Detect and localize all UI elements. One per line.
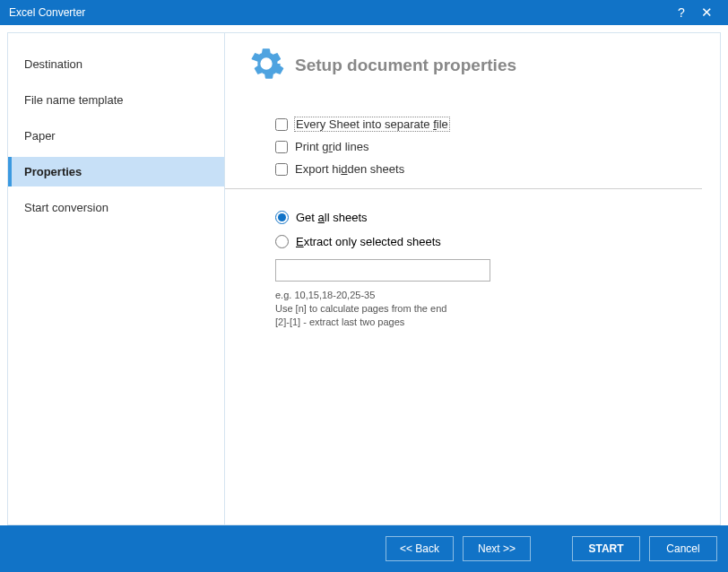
sidebar-item-paper[interactable]: Paper	[8, 121, 224, 151]
sidebar-item-label: Paper	[24, 129, 56, 143]
sidebar-item-label: Start conversion	[24, 201, 108, 214]
app-title: Excel Converter	[9, 6, 669, 19]
radio-row-selected-sheets: Extract only selected sheets	[275, 235, 702, 248]
sidebar-item-properties[interactable]: Properties	[8, 157, 224, 186]
checkbox-separate-file[interactable]	[275, 118, 288, 131]
checkbox-row-separate-file: Every Sheet into separate file	[275, 117, 702, 131]
hint-text: e.g. 10,15,18-20,25-35 Use [n] to calcul…	[275, 289, 702, 329]
divider	[225, 188, 702, 189]
sidebar-item-destination[interactable]: Destination	[8, 49, 224, 79]
radio-selected-sheets[interactable]	[275, 235, 289, 248]
sidebar: Destination File name template Paper Pro…	[7, 32, 225, 525]
checkbox-row-grid-lines: Print grid lines	[275, 140, 702, 153]
radio-all-sheets[interactable]	[275, 211, 289, 224]
radio-label[interactable]: Get all sheets	[296, 211, 368, 224]
radio-label[interactable]: Extract only selected sheets	[296, 235, 441, 248]
start-button[interactable]: START	[572, 536, 640, 561]
next-button[interactable]: Next >>	[463, 536, 531, 561]
sidebar-item-file-name-template[interactable]: File name template	[8, 85, 224, 115]
footer: << Back Next >> START Cancel	[0, 525, 728, 572]
sidebar-item-label: Properties	[24, 165, 82, 178]
checkbox-label[interactable]: Export hidden sheets	[295, 162, 404, 176]
checkbox-grid-lines[interactable]	[275, 141, 288, 153]
page-header: Setup document properties	[248, 46, 702, 85]
checkbox-row-hidden-sheets: Export hidden sheets	[275, 162, 702, 176]
range-input[interactable]	[275, 259, 490, 282]
back-button[interactable]: << Back	[386, 536, 454, 561]
gear-icon	[248, 46, 284, 85]
sidebar-item-label: Destination	[24, 57, 82, 71]
checkbox-label[interactable]: Every Sheet into separate file	[295, 117, 449, 131]
sidebar-item-start-conversion[interactable]: Start conversion	[8, 193, 224, 222]
cancel-button[interactable]: Cancel	[649, 536, 717, 561]
page-title: Setup document properties	[295, 56, 516, 75]
titlebar: Excel Converter ? ✕	[0, 0, 728, 25]
help-icon[interactable]: ?	[669, 5, 694, 20]
checkbox-label[interactable]: Print grid lines	[295, 140, 368, 153]
checkbox-hidden-sheets[interactable]	[275, 163, 288, 176]
radio-row-all-sheets: Get all sheets	[275, 211, 702, 224]
close-icon[interactable]: ✕	[694, 4, 719, 21]
main-panel: Setup document properties Every Sheet in…	[225, 32, 721, 525]
sidebar-item-label: File name template	[24, 93, 124, 107]
